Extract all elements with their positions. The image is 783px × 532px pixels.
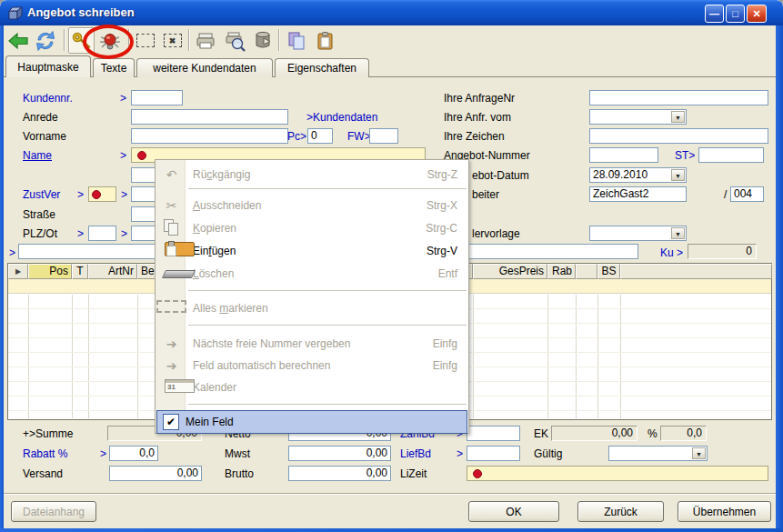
freitext-marker: >: [9, 246, 15, 259]
calendar-icon: [156, 379, 186, 396]
window-title: Angebot schreiben: [27, 5, 135, 19]
column-header-col9[interactable]: [620, 264, 772, 279]
brutto-field[interactable]: 0,00: [288, 466, 391, 481]
titlebar[interactable]: Angebot schreiben — □ ✕: [0, 0, 783, 25]
window-border-bottom: [0, 528, 783, 532]
minimize-button[interactable]: —: [705, 5, 724, 23]
name-label-link[interactable]: Name: [23, 149, 52, 162]
bearbeiter-nr-input[interactable]: 004: [730, 186, 764, 202]
back-button[interactable]: [5, 27, 31, 54]
context-menu: ↶RückgängigStrg-Z✂AusschneidenStrg-XKopi…: [155, 159, 469, 434]
menu-item-label: Feld automatisch berechnen: [186, 359, 433, 372]
grid-line: [88, 295, 89, 418]
column-header-ArtNr[interactable]: ArtNr: [88, 264, 137, 279]
bearbeiter-label: beiter: [472, 188, 499, 201]
bearbeiter-input[interactable]: ZeichGast2: [589, 186, 687, 202]
column-header-col7[interactable]: [576, 264, 597, 279]
rabatt-input[interactable]: 0,0: [109, 446, 158, 461]
menu-item-kalender[interactable]: Kalender: [156, 376, 467, 398]
refresh-button[interactable]: [32, 27, 58, 54]
column-header-Pos[interactable]: Pos: [28, 264, 72, 279]
menu-item-mein-feld[interactable]: ✔Mein Feld: [156, 410, 467, 434]
column-header-GesPreis[interactable]: GesPreis: [473, 264, 547, 279]
grid-line: [72, 295, 73, 418]
versand-label: Versand: [23, 467, 63, 480]
anrede-label: Anrede: [23, 111, 58, 124]
copy-documents-button[interactable]: [283, 27, 309, 54]
tab-texte[interactable]: Texte: [93, 58, 135, 77]
tab-hauptmaske[interactable]: Hauptmaske: [5, 55, 91, 77]
dateianhang-button[interactable]: Dateianhang: [11, 501, 96, 522]
zeichen-label: Ihre Zeichen: [444, 130, 505, 143]
chevron-down-icon[interactable]: ▼: [692, 447, 706, 459]
paste-icon: [156, 242, 186, 259]
mandatory-dot: [473, 469, 482, 478]
menu-item-shortcut: Strg-Z: [427, 168, 467, 181]
kundennr-label: Kundennr.: [23, 92, 73, 105]
plz-input[interactable]: [88, 226, 116, 241]
tab-weitere-kundendaten[interactable]: weitere Kundendaten: [136, 58, 273, 77]
selection-box-icon: [136, 34, 155, 47]
column-header-BS[interactable]: BS: [597, 264, 620, 279]
column-header-▶[interactable]: ▶: [8, 264, 28, 279]
zahlbd-input[interactable]: [467, 426, 520, 441]
chevron-down-icon[interactable]: ▼: [671, 169, 685, 181]
ek-display: 0,00: [551, 426, 637, 441]
vorlage-combo[interactable]: ▼: [589, 226, 687, 241]
menu-item-einfügen[interactable]: EinfügenStrg-V: [156, 239, 467, 262]
menu-item-label: Löschen: [186, 267, 438, 280]
maximize-button[interactable]: □: [726, 5, 745, 23]
gueltig-combo[interactable]: ▼: [608, 446, 708, 461]
st-input[interactable]: [698, 147, 764, 163]
menu-item-label: Rückgängig: [186, 168, 427, 181]
lizeit-input[interactable]: [467, 466, 768, 481]
ort-marker: >: [121, 227, 127, 240]
mwst-field[interactable]: 0,00: [288, 446, 391, 461]
select-all-icon: [156, 300, 186, 316]
fw-input[interactable]: [369, 128, 398, 144]
menu-item-label: Mein Feld: [179, 416, 457, 428]
menu-item-shortcut: Strg-V: [427, 245, 467, 257]
delete-selection-button[interactable]: ✖: [159, 27, 186, 54]
column-header-T[interactable]: T: [72, 264, 88, 279]
tab-eigenschaften[interactable]: Eigenschaften: [275, 58, 369, 77]
checkmark-icon: ✔: [163, 414, 179, 430]
clipboard-button[interactable]: [312, 27, 338, 54]
menu-item-ausschneiden[interactable]: ✂AusschneidenStrg-X: [156, 194, 467, 216]
anfragenr-label: Ihre AnfrageNr: [444, 92, 515, 105]
versand-input[interactable]: 0,00: [109, 466, 202, 481]
zeichen-input[interactable]: [589, 128, 768, 144]
kundendaten-link[interactable]: >Kundendaten: [306, 111, 377, 124]
menu-item-feld-automatisch-berechnen[interactable]: ➔Feld automatisch berechnenEinfg: [156, 354, 467, 376]
fw-label: FW>: [347, 130, 371, 143]
menu-item-nächste-freie-nummer-vergeben[interactable]: ➔Nächste freie Nummer vergebenEinfg: [156, 332, 467, 355]
grid-line: [137, 295, 138, 418]
menu-item-kopieren[interactable]: KopierenStrg-C: [156, 216, 467, 239]
liefbd-input[interactable]: [467, 446, 520, 461]
print-preview-button[interactable]: [221, 27, 247, 54]
close-button[interactable]: ✕: [747, 5, 767, 23]
database-export-button[interactable]: [249, 27, 276, 54]
anfragenr-input[interactable]: [589, 90, 768, 105]
anrede-input[interactable]: [131, 109, 288, 125]
selection-button[interactable]: [132, 27, 158, 54]
menu-item-alles-markieren[interactable]: Alles markieren: [156, 296, 467, 319]
grid-line: [620, 295, 621, 418]
menu-item-löschen[interactable]: LöschenEntf: [156, 262, 467, 285]
copy-documents-icon: [286, 30, 307, 52]
pc-input[interactable]: 0: [307, 128, 333, 144]
liefbd-marker: >: [457, 447, 463, 460]
anfrvom-combo[interactable]: ▼: [589, 109, 687, 125]
angebot-datum-combo[interactable]: 28.09.2010 ▼: [589, 167, 687, 183]
chevron-down-icon[interactable]: ▼: [671, 111, 685, 123]
chevron-down-icon[interactable]: ▼: [671, 227, 685, 239]
column-header-Rab[interactable]: Rab: [547, 264, 576, 279]
vorname-input[interactable]: [131, 128, 288, 144]
kundennr-input[interactable]: [131, 90, 183, 105]
uebernehmen-button[interactable]: Übernehmen: [678, 501, 771, 522]
menu-item-rückgängig[interactable]: ↶RückgängigStrg-Z: [156, 163, 467, 186]
angebotnummer-input[interactable]: [589, 147, 658, 163]
print-button[interactable]: [192, 27, 218, 54]
ok-button[interactable]: OK: [468, 501, 559, 522]
zurueck-button[interactable]: Zurück: [577, 501, 664, 522]
